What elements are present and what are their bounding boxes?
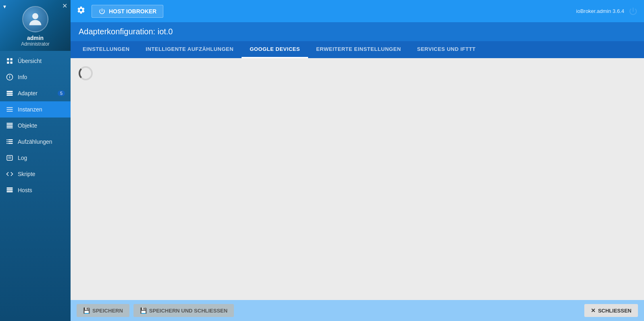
close-btn-icon: ✕ [591,307,596,314]
sidebar-nav: Übersicht Info Adapter 5 Instanzen [0,51,71,321]
objects-icon [6,122,14,130]
tab-services-und-ifttt[interactable]: SERVICES UND IFTTT [409,41,484,58]
svg-rect-14 [7,123,13,124]
svg-rect-28 [7,189,13,191]
svg-rect-13 [7,111,13,112]
svg-rect-16 [7,126,13,127]
save-close-icon: 💾 [140,307,147,314]
sidebar-label-info: Info [18,74,27,80]
svg-rect-17 [7,128,13,128]
tab-intelligente-aufzaehlungen[interactable]: INTELLIGENTE AUFZÄHLUNGEN [138,41,242,58]
svg-rect-23 [8,143,13,144]
save-close-label: SPEICHERN UND SCHLIESSEN [149,308,227,314]
sidebar-header: ▾ ✕ admin Administrator [0,0,71,51]
sidebar-label-instanzen: Instanzen [18,106,42,113]
tabs-bar: EINSTELLUNGEN INTELLIGENTE AUFZÄHLUNGEN … [71,41,644,58]
layers-icon [6,89,14,97]
sidebar-close-icon[interactable]: ✕ [62,2,67,10]
svg-rect-22 [7,143,8,144]
bottom-left-buttons: 💾 SPEICHERN 💾 SPEICHERN UND SCHLIESSEN [77,304,234,317]
hosts-icon [6,186,14,194]
svg-rect-8 [7,91,13,92]
enum-icon [6,138,14,146]
bottom-bar: 💾 SPEICHERN 💾 SPEICHERN UND SCHLIESSEN ✕… [71,300,644,321]
tab-erweiterte-einstellungen[interactable]: ERWEITERTE EINSTELLUNGEN [308,41,409,58]
svg-rect-1 [7,58,9,60]
svg-rect-27 [7,187,13,189]
sidebar-label-log: Log [18,155,27,161]
host-badge[interactable]: HOST IOBROKER [92,5,163,18]
sidebar-label-skripte: Skripte [18,171,35,177]
save-label: SPEICHERN [92,308,123,314]
info-icon [6,73,14,81]
close-label: SCHLIESSEN [598,308,631,314]
sidebar-dropdown-icon[interactable]: ▾ [3,3,6,10]
sidebar-label-uebersicht: Übersicht [18,58,42,64]
settings-tool-icon[interactable] [77,6,85,17]
topbar: HOST IOBROKER ioBroker.admin 3.6.4 [71,0,644,22]
loading-spinner [79,66,93,80]
sidebar-item-aufzaehlungen[interactable]: Aufzählungen [0,134,71,150]
svg-rect-21 [8,141,13,142]
svg-point-0 [32,13,38,19]
host-power-icon [98,8,106,15]
sidebar-item-info[interactable]: Info [0,69,71,85]
grid-icon [6,57,14,65]
svg-rect-19 [8,139,13,140]
svg-rect-15 [7,124,13,125]
svg-rect-20 [7,141,8,142]
code-icon [6,170,14,178]
save-icon: 💾 [83,307,90,314]
sidebar-label-objekte: Objekte [18,122,37,129]
sidebar-label-adapter: Adapter [18,90,38,97]
power-button-icon[interactable] [628,6,638,16]
sidebar-item-skripte[interactable]: Skripte [0,166,71,182]
svg-point-7 [9,76,10,76]
close-button[interactable]: ✕ SCHLIESSEN [584,304,638,317]
topbar-right: ioBroker.admin 3.6.4 [576,6,638,16]
page-header: Adapterkonfiguration: iot.0 [71,22,644,41]
sidebar-item-objekte[interactable]: Objekte [0,117,71,134]
svg-rect-24 [7,155,13,160]
avatar-icon [23,7,48,31]
svg-rect-4 [10,62,13,64]
save-close-button[interactable]: 💾 SPEICHERN UND SCHLIESSEN [133,304,234,317]
version-label: ioBroker.admin 3.6.4 [576,8,624,14]
sidebar-username: admin [27,35,44,41]
svg-rect-12 [7,109,13,110]
instanzen-icon [6,105,14,113]
sidebar-item-uebersicht[interactable]: Übersicht [0,53,71,69]
sidebar: ▾ ✕ admin Administrator Übersicht Info [0,0,71,321]
log-icon [6,154,14,162]
sidebar-label-hosts: Hosts [18,187,32,193]
tab-google-devices[interactable]: GOOGLE DEVICES [242,41,308,58]
sidebar-item-instanzen[interactable]: Instanzen [0,101,71,117]
sidebar-item-hosts[interactable]: Hosts [0,182,71,198]
svg-rect-3 [7,62,9,64]
svg-rect-11 [7,107,13,108]
tab-einstellungen[interactable]: EINSTELLUNGEN [75,41,138,58]
sidebar-label-aufzaehlungen: Aufzählungen [18,138,52,145]
svg-rect-29 [7,191,13,192]
svg-rect-10 [7,94,13,96]
svg-rect-9 [7,93,13,94]
topbar-left: HOST IOBROKER [77,5,163,18]
save-button[interactable]: 💾 SPEICHERN [77,304,129,317]
adapter-badge: 5 [58,90,65,96]
host-label: HOST IOBROKER [109,8,156,15]
svg-rect-2 [10,58,13,60]
sidebar-item-adapter[interactable]: Adapter 5 [0,85,71,101]
avatar [22,6,48,32]
page-title: Adapterkonfiguration: iot.0 [79,27,173,36]
content-area [71,58,644,300]
svg-rect-18 [7,139,8,140]
sidebar-item-log[interactable]: Log [0,150,71,166]
sidebar-role: Administrator [21,41,50,47]
main-content: HOST IOBROKER ioBroker.admin 3.6.4 Adapt… [71,0,644,321]
